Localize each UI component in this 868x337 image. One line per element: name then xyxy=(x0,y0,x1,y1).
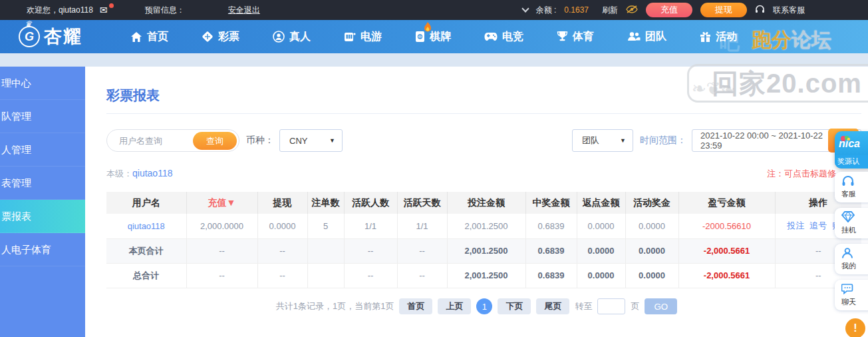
eye-slash-icon[interactable] xyxy=(626,5,638,15)
lottery-icon xyxy=(202,31,214,43)
headset-icon xyxy=(755,5,765,15)
nav-item-slots[interactable]: 电游 xyxy=(344,30,382,44)
welcome-text: 欢迎您，qiutao118 xyxy=(27,5,93,16)
sidebar-item-esport[interactable]: 人电子体育 xyxy=(0,233,85,266)
column-header[interactable]: 用户名 xyxy=(106,192,186,214)
column-header[interactable]: 活跃人数 xyxy=(344,192,397,214)
slots-icon xyxy=(344,31,356,43)
next-page-button[interactable]: 下页 xyxy=(498,298,531,314)
float-chat-button[interactable]: 聊天 xyxy=(835,280,868,310)
username-search-box: 查询 xyxy=(106,129,239,152)
header-row: 用户名充值▼提现注单数活跃人数活跃天数投注金额中奖金额返点金额活动奖金盈亏金额操… xyxy=(106,192,861,214)
nav-item-home[interactable]: 首页 xyxy=(130,30,168,44)
mail-icon[interactable]: ✉ xyxy=(100,5,112,15)
activity-icon xyxy=(700,31,711,43)
currency-label: 币种： xyxy=(246,135,274,147)
sidebar-item-lottery-report[interactable]: 票报表 xyxy=(0,200,85,233)
balance-label: 余额 : xyxy=(536,5,557,16)
go-button[interactable]: GO xyxy=(645,298,677,314)
column-header[interactable]: 活动奖金 xyxy=(625,192,678,214)
table-row: qiutao1182,000.00000.000051/11/12,001.25… xyxy=(106,214,861,238)
brand-name: 杏耀 xyxy=(44,25,82,49)
float-alert-button[interactable]: ! xyxy=(845,318,865,337)
pagination-summary: 共计1条记录，1页，当前第1页 xyxy=(276,300,394,312)
logout-link[interactable]: 安全退出 xyxy=(228,5,260,16)
nav-item-live[interactable]: 真人 xyxy=(273,30,311,44)
column-header[interactable]: 盈亏金额 xyxy=(678,192,775,214)
brand-logo[interactable]: ♛ G 杏耀 xyxy=(19,25,105,49)
column-header[interactable]: 返点金额 xyxy=(577,192,625,214)
goto-label: 转至 xyxy=(575,300,592,312)
level-line: 本级：qiutao118 xyxy=(106,168,172,180)
contact-service-link[interactable]: 联系客服 xyxy=(773,5,805,16)
last-page-button[interactable]: 尾页 xyxy=(536,298,569,314)
username-link[interactable]: qiutao118 xyxy=(128,221,165,231)
recharge-button[interactable]: 充值 xyxy=(646,3,692,17)
sort-note: 注：可点击标题修 xyxy=(767,168,836,180)
time-range-label: 时间范围： xyxy=(640,135,686,147)
nav-item-boardgames[interactable]: 棋牌 xyxy=(415,30,451,44)
scope-select[interactable]: 团队 ▼ xyxy=(572,129,633,152)
select-caret-icon: ▼ xyxy=(620,137,626,144)
report-table-body: qiutao1182,000.00000.000051/11/12,001.25… xyxy=(106,214,861,288)
search-button[interactable]: 查询 xyxy=(193,132,237,150)
nav-item-team[interactable]: 团队 xyxy=(627,30,666,44)
topbar: 欢迎您，qiutao118 ✉ 预留信息： 安全退出 余额 : 0.1637 刷… xyxy=(0,0,868,20)
reserved-info-label: 预留信息： xyxy=(145,5,185,16)
refresh-link[interactable]: 刷新 xyxy=(602,5,618,16)
table-row: 本页合计--------2,001.25000.68390.00000.0000… xyxy=(106,238,861,263)
sidebar-item-team-manage[interactable]: 队管理 xyxy=(0,100,85,133)
sidebar-item-report-manage[interactable]: 表管理 xyxy=(0,167,85,200)
main-content: 彩票报表 查询 币种： CNY ▼ 团队 ▼ 时间范围： 2021-10-22 … xyxy=(85,67,868,337)
team-icon xyxy=(627,31,641,42)
parrot-icon xyxy=(840,133,851,145)
nav-item-sports[interactable]: 体育 xyxy=(557,30,594,44)
column-header[interactable]: 充值▼ xyxy=(186,192,257,214)
sidebar-item-center[interactable]: 理中心 xyxy=(0,67,85,100)
esports-icon xyxy=(484,32,498,41)
column-header[interactable]: 提现 xyxy=(257,192,307,214)
page-band xyxy=(0,53,868,67)
filter-bar: 查询 币种： CNY ▼ 团队 ▼ 时间范围： 2021-10-22 00:00… xyxy=(106,129,861,153)
report-table-head: 用户名充值▼提现注单数活跃人数活跃天数投注金额中奖金额返点金额活动奖金盈亏金额操… xyxy=(106,192,861,214)
page-title: 彩票报表 xyxy=(106,87,160,105)
column-header[interactable]: 注单数 xyxy=(307,192,344,214)
chevron-down-icon[interactable] xyxy=(521,5,529,12)
brand-badge-icon: ♛ G xyxy=(19,26,40,47)
current-page-badge[interactable]: 1 xyxy=(476,298,492,314)
title-divider xyxy=(106,113,861,114)
diamond-icon xyxy=(841,211,855,224)
float-hangup-button[interactable]: 挂机 xyxy=(835,208,868,238)
person-icon xyxy=(841,247,853,260)
pagination: 共计1条记录，1页，当前第1页 首页 上页 1 下页 尾页 转至 页 GO xyxy=(85,298,868,314)
float-service-button[interactable]: 客服 xyxy=(835,172,868,202)
withdraw-button[interactable]: 提现 xyxy=(700,3,747,17)
report-table: 用户名充值▼提现注单数活跃人数活跃天数投注金额中奖金额返点金额活动奖金盈亏金额操… xyxy=(106,192,861,288)
select-caret-icon: ▼ xyxy=(329,137,335,144)
column-header[interactable]: 活跃天数 xyxy=(397,192,447,214)
column-header[interactable]: 投注金额 xyxy=(447,192,525,214)
nav-item-esports[interactable]: 电竞 xyxy=(484,30,523,44)
currency-select[interactable]: CNY ▼ xyxy=(279,129,343,152)
sports-icon xyxy=(557,31,568,43)
sidebar-item-person-manage[interactable]: 人管理 xyxy=(0,133,85,167)
operation-link[interactable]: 投注 xyxy=(787,220,804,230)
prev-page-button[interactable]: 上页 xyxy=(438,298,471,314)
level-user-link[interactable]: qiutao118 xyxy=(132,168,172,178)
chat-icon xyxy=(841,283,855,296)
nav-item-lottery[interactable]: 彩票 xyxy=(202,30,239,44)
level-label: 本级： xyxy=(106,168,132,178)
nav-item-activity[interactable]: 活动 xyxy=(700,30,737,44)
hot-flame-icon xyxy=(423,22,432,33)
column-header[interactable]: 中奖金额 xyxy=(525,192,577,214)
float-mine-button[interactable]: 我的 xyxy=(835,244,868,274)
balance-value: 0.1637 xyxy=(564,5,589,15)
operation-link[interactable]: 追号 xyxy=(809,220,827,230)
goto-page-input[interactable] xyxy=(597,298,625,314)
first-page-button[interactable]: 首页 xyxy=(399,298,432,314)
promo-subtitle: 奖源认 xyxy=(835,155,868,168)
page-unit-label: 页 xyxy=(631,300,639,312)
home-icon xyxy=(130,31,142,43)
username-input[interactable] xyxy=(119,130,192,151)
promo-badge[interactable]: nica 奖源认 xyxy=(835,131,868,168)
